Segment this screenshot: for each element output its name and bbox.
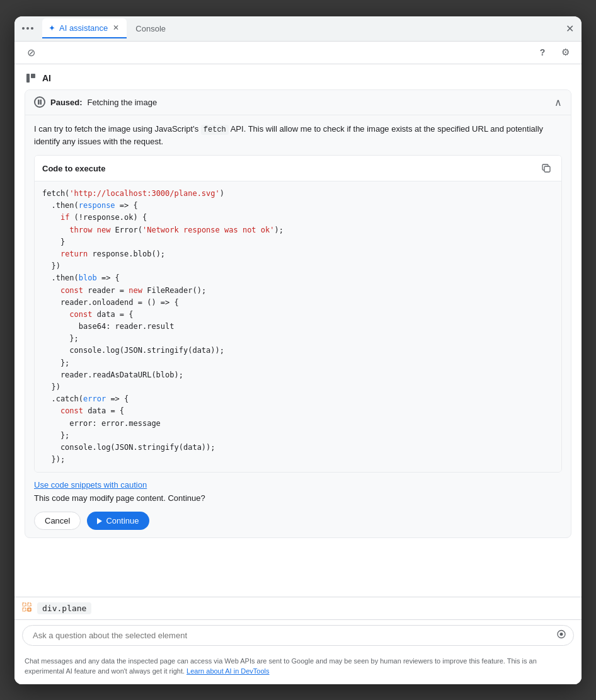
svg-rect-3 xyxy=(40,100,42,105)
code-block-header: Code to execute xyxy=(35,156,561,181)
code-content: fetch('http://localhost:3000/plane.svg')… xyxy=(35,181,561,472)
paused-status: Paused: Fetching the image xyxy=(34,96,157,108)
input-area xyxy=(14,619,582,651)
svg-rect-8 xyxy=(28,608,31,611)
tab-bar: ✦ AI assistance ✕ Console ✕ xyxy=(14,16,582,42)
continue-label: Continue xyxy=(106,516,139,525)
code-block: Code to execute fetch('http://localhost:… xyxy=(34,155,562,473)
collapse-button[interactable]: ∧ xyxy=(554,96,562,108)
devtools-window: ✦ AI assistance ✕ Console ✕ ⊘ ? ⚙ xyxy=(14,16,582,684)
footer-text: Chat messages and any data the inspected… xyxy=(14,651,582,684)
tab-console-label: Console xyxy=(135,24,166,33)
ai-sparkle-icon xyxy=(25,72,37,84)
learn-more-link[interactable]: Learn about AI in DevTools xyxy=(186,667,269,675)
paused-description: I can try to fetch the image using JavaS… xyxy=(34,123,562,148)
ai-header: AI xyxy=(14,64,582,89)
message-area[interactable]: Paused: Fetching the image ∧ I can try t… xyxy=(14,89,582,597)
action-buttons: Cancel Continue xyxy=(34,512,562,530)
warning-text: This code may modify page content. Conti… xyxy=(34,493,562,503)
svg-rect-6 xyxy=(23,608,26,611)
element-picker-icon xyxy=(22,602,32,614)
help-icon: ? xyxy=(540,47,546,57)
microphone-icon[interactable] xyxy=(556,629,566,641)
main-panel: AI Paused: Fetching the image xyxy=(14,64,582,684)
svg-rect-2 xyxy=(38,100,40,105)
settings-button[interactable]: ⚙ xyxy=(556,43,574,61)
element-tag: div.plane xyxy=(37,602,91,614)
pause-icon xyxy=(34,96,45,108)
code-block-title: Code to execute xyxy=(42,164,105,173)
svg-rect-4 xyxy=(544,166,550,172)
window-close-button[interactable]: ✕ xyxy=(563,20,576,37)
svg-rect-5 xyxy=(23,603,26,606)
tab-ai-label: AI assistance xyxy=(59,23,108,33)
footer-message: Chat messages and any data the inspected… xyxy=(25,657,537,675)
ai-label: AI xyxy=(42,73,51,83)
svg-point-10 xyxy=(560,633,563,636)
toolbar: ⊘ ? ⚙ xyxy=(14,42,582,64)
input-wrapper xyxy=(22,625,574,646)
tab-console[interactable]: Console xyxy=(129,18,172,38)
copy-button[interactable] xyxy=(539,161,554,176)
question-input[interactable] xyxy=(22,625,574,646)
svg-rect-0 xyxy=(26,74,30,83)
element-picker: div.plane xyxy=(14,597,582,619)
tab-ai-close[interactable]: ✕ xyxy=(112,22,120,33)
svg-rect-1 xyxy=(31,74,35,78)
paused-header: Paused: Fetching the image ∧ xyxy=(25,90,571,115)
tab-menu-button[interactable] xyxy=(20,25,36,32)
block-button[interactable]: ⊘ xyxy=(22,43,40,61)
paused-card: Paused: Fetching the image ∧ I can try t… xyxy=(25,89,571,539)
continue-button[interactable]: Continue xyxy=(87,512,149,530)
help-button[interactable]: ? xyxy=(534,43,551,61)
block-icon: ⊘ xyxy=(27,47,35,59)
cancel-button[interactable]: Cancel xyxy=(34,512,81,530)
tab-ai-assistance[interactable]: ✦ AI assistance ✕ xyxy=(42,18,127,38)
gear-icon: ⚙ xyxy=(561,47,570,58)
caution-link[interactable]: Use code snippets with caution xyxy=(34,480,562,490)
paused-label: Paused: xyxy=(50,98,83,107)
paused-detail: Fetching the image xyxy=(88,98,158,107)
ai-tab-icon: ✦ xyxy=(49,23,55,33)
play-icon xyxy=(97,518,102,524)
paused-body: I can try to fetch the image using JavaS… xyxy=(25,115,571,538)
svg-rect-7 xyxy=(28,603,31,606)
